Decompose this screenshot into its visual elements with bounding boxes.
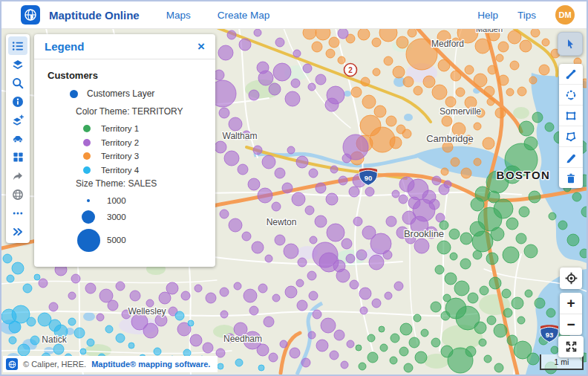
customer-bubble[interactable] xyxy=(326,49,335,58)
locate-me-button[interactable] xyxy=(560,268,582,289)
customer-bubble[interactable] xyxy=(524,244,538,258)
customer-bubble[interactable] xyxy=(449,229,460,239)
customer-bubble[interactable] xyxy=(496,54,503,62)
customer-bubble[interactable] xyxy=(360,307,368,314)
customer-bubble[interactable] xyxy=(282,183,293,193)
customer-bubble[interactable] xyxy=(508,30,521,44)
customer-bubble[interactable] xyxy=(239,39,251,51)
customer-bubble[interactable] xyxy=(316,183,326,193)
customer-bubble[interactable] xyxy=(307,271,316,280)
customer-bubble[interactable] xyxy=(525,290,532,297)
customer-bubble[interactable] xyxy=(393,66,405,78)
customer-bubble[interactable] xyxy=(383,250,392,259)
customer-bubble[interactable] xyxy=(9,337,16,344)
customer-bubble[interactable] xyxy=(494,363,503,372)
customer-bubble[interactable] xyxy=(409,337,419,348)
customer-bubble[interactable] xyxy=(235,359,243,366)
customer-bubble[interactable] xyxy=(432,85,447,100)
customer-bubble[interactable] xyxy=(445,97,456,107)
customer-bubble[interactable] xyxy=(532,112,543,123)
customer-bubble[interactable] xyxy=(342,239,352,249)
customer-bubble[interactable] xyxy=(159,292,171,304)
draw-freehand-tool[interactable] xyxy=(559,147,583,168)
customer-bubble[interactable] xyxy=(384,56,393,65)
customer-bubble[interactable] xyxy=(517,317,525,324)
customer-bubble[interactable] xyxy=(403,77,414,87)
customer-bubble[interactable] xyxy=(265,255,272,262)
customer-bubble[interactable] xyxy=(321,318,336,333)
draw-circle-tool[interactable] xyxy=(559,85,583,106)
customer-bubble[interactable] xyxy=(285,91,300,106)
customer-bubble[interactable] xyxy=(310,236,317,244)
customer-bubble[interactable] xyxy=(7,275,14,282)
customer-bubble[interactable] xyxy=(284,244,298,259)
customer-bubble[interactable] xyxy=(483,137,494,149)
customer-bubble[interactable] xyxy=(249,306,258,315)
customer-bubble[interactable] xyxy=(175,311,184,320)
customer-bubble[interactable] xyxy=(229,218,242,232)
customer-bubble[interactable] xyxy=(309,169,318,178)
customer-bubble[interactable] xyxy=(519,207,529,217)
customer-bubble[interactable] xyxy=(487,98,494,106)
customer-bubble[interactable] xyxy=(372,38,381,47)
customer-bubble[interactable] xyxy=(361,77,370,86)
customer-bubble[interactable] xyxy=(441,346,453,357)
customer-bubble[interactable] xyxy=(275,235,285,245)
customer-bubble[interactable] xyxy=(498,42,509,52)
nav-maps[interactable]: Maps xyxy=(166,10,191,21)
customer-bubble[interactable] xyxy=(287,146,295,154)
customer-bubble[interactable] xyxy=(487,316,496,325)
customer-bubble[interactable] xyxy=(273,63,291,81)
customer-bubble[interactable] xyxy=(30,336,39,345)
customer-bubble[interactable] xyxy=(12,262,24,274)
customer-bubble[interactable] xyxy=(414,314,421,322)
nav-help[interactable]: Help xyxy=(477,10,498,21)
customer-bubble[interactable] xyxy=(385,292,392,299)
draw-rectangle-tool[interactable] xyxy=(559,106,583,126)
customer-bubble[interactable] xyxy=(257,344,269,356)
customer-bubble[interactable] xyxy=(339,176,347,185)
customer-bubble[interactable] xyxy=(474,74,487,87)
customer-bubble[interactable] xyxy=(190,334,202,346)
customer-bubble[interactable] xyxy=(399,195,408,204)
sidebar-item-info[interactable] xyxy=(6,92,30,111)
customer-bubble[interactable] xyxy=(506,88,514,96)
customer-bubble[interactable] xyxy=(338,56,345,64)
customer-bubble[interactable] xyxy=(85,283,96,294)
customer-bubble[interactable] xyxy=(296,156,308,168)
customer-bubble[interactable] xyxy=(252,242,264,253)
measure-line-tool[interactable] xyxy=(559,64,583,85)
customer-bubble[interactable] xyxy=(435,265,444,274)
customer-bubble[interactable] xyxy=(456,88,465,97)
customer-bubble[interactable] xyxy=(423,76,435,88)
sidebar-item-layers[interactable] xyxy=(6,55,30,74)
sidebar-item-search[interactable] xyxy=(6,74,30,92)
customer-bubble[interactable] xyxy=(238,164,248,175)
customer-bubble[interactable] xyxy=(347,340,354,348)
customer-bubble[interactable] xyxy=(309,291,318,300)
customer-bubble[interactable] xyxy=(39,279,48,288)
customer-bubble[interactable] xyxy=(359,363,366,370)
nav-create-map[interactable]: Create Map xyxy=(218,10,270,21)
customer-bubble[interactable] xyxy=(468,293,478,303)
customer-bubble[interactable] xyxy=(269,83,281,95)
customer-bubble[interactable] xyxy=(392,190,399,198)
customer-bubble[interactable] xyxy=(330,351,339,360)
customer-bubble[interactable] xyxy=(442,116,452,126)
customer-bubble[interactable] xyxy=(346,254,355,263)
customer-bubble[interactable] xyxy=(316,74,326,85)
customer-bubble[interactable] xyxy=(503,308,512,317)
customer-bubble[interactable] xyxy=(572,192,581,201)
customer-bubble[interactable] xyxy=(275,168,285,178)
customer-bubble[interactable] xyxy=(380,344,388,351)
customer-bubble[interactable] xyxy=(290,348,300,358)
customer-bubble[interactable] xyxy=(315,215,327,227)
customer-bubble[interactable] xyxy=(312,42,322,52)
customer-bubble[interactable] xyxy=(524,137,538,150)
customer-bubble[interactable] xyxy=(520,40,532,52)
customer-bubble[interactable] xyxy=(431,302,441,312)
customer-bubble[interactable] xyxy=(400,323,412,335)
customer-bubble[interactable] xyxy=(502,289,511,298)
customer-bubble[interactable] xyxy=(546,308,555,317)
customer-bubble[interactable] xyxy=(297,300,307,311)
